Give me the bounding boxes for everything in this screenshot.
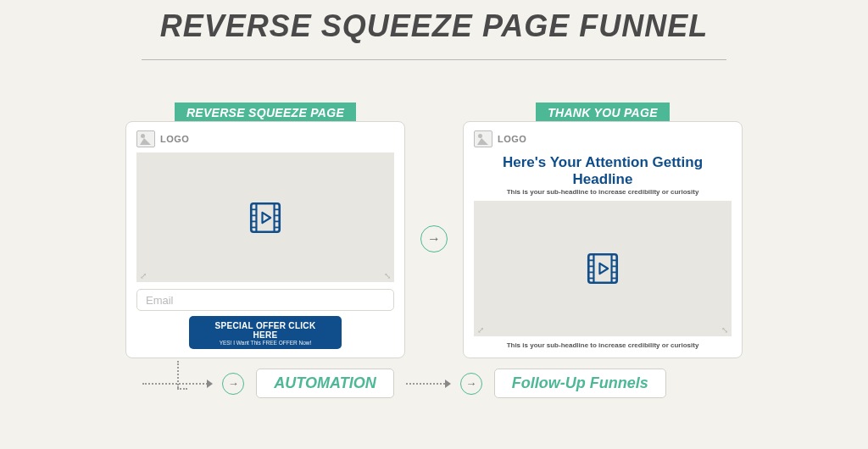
- page-title: REVERSE SQUEEZE PAGE FUNNEL: [34, 8, 834, 44]
- video-placeholder: ⤢ ⤡: [474, 201, 732, 336]
- thankyou-page-group: THANK YOU PAGE LOGO Here's Your Attentio…: [463, 103, 743, 358]
- dotted-connector: [406, 383, 448, 385]
- resize-handle-icon: ⤡: [384, 271, 391, 280]
- cta-sub-text: YES! I Want This FREE OFFER Now!: [203, 340, 328, 346]
- resize-handle-icon: ⤡: [721, 325, 728, 335]
- thankyou-page-label: THANK YOU PAGE: [536, 103, 670, 123]
- headline-text: Here's Your Attention Getting Headline: [474, 154, 732, 188]
- arrow-head-icon: [207, 380, 213, 388]
- logo-text: LOGO: [160, 134, 189, 144]
- arrow-right-icon: →: [420, 225, 448, 252]
- divider: [142, 59, 726, 60]
- email-input-mock: Email: [136, 289, 394, 311]
- squeeze-page-mock: LOGO: [125, 121, 405, 358]
- automation-flow-row: → AUTOMATION → Follow-Up Funnels: [0, 369, 834, 398]
- automation-box: AUTOMATION: [256, 369, 393, 398]
- arrow-right-icon: →: [460, 373, 482, 395]
- video-icon: [247, 199, 284, 236]
- squeeze-page-group: REVERSE SQUEEZE PAGE LOGO: [125, 103, 405, 358]
- resize-handle-icon: ⤢: [140, 271, 147, 280]
- video-placeholder: ⤢ ⤡: [136, 152, 394, 282]
- svg-marker-11: [262, 212, 270, 222]
- thankyou-page-mock: LOGO Here's Your Attention Getting Headl…: [463, 121, 743, 358]
- followup-box: Follow-Up Funnels: [494, 369, 666, 398]
- cta-main-text: SPECIAL OFFER CLICK HERE: [203, 321, 328, 340]
- image-placeholder-icon: [136, 130, 155, 147]
- video-icon: [584, 250, 621, 287]
- arrow-head-icon: [445, 380, 451, 388]
- dotted-connector: [142, 383, 210, 385]
- svg-marker-23: [599, 263, 608, 274]
- cta-button-mock: SPECIAL OFFER CLICK HERE YES! I Want Thi…: [189, 316, 342, 349]
- diagram-row: REVERSE SQUEEZE PAGE LOGO: [34, 103, 834, 358]
- arrow-right-icon: →: [222, 373, 244, 395]
- bottom-subheadline-text: This is your sub-headline to increase cr…: [474, 341, 732, 349]
- resize-handle-icon: ⤢: [477, 325, 484, 335]
- logo-row: LOGO: [136, 130, 394, 147]
- subheadline-text: This is your sub-headline to increase cr…: [474, 188, 732, 196]
- image-placeholder-icon: [474, 130, 492, 147]
- logo-row: LOGO: [474, 130, 732, 147]
- logo-text: LOGO: [498, 134, 526, 144]
- squeeze-page-label: REVERSE SQUEEZE PAGE: [175, 103, 356, 123]
